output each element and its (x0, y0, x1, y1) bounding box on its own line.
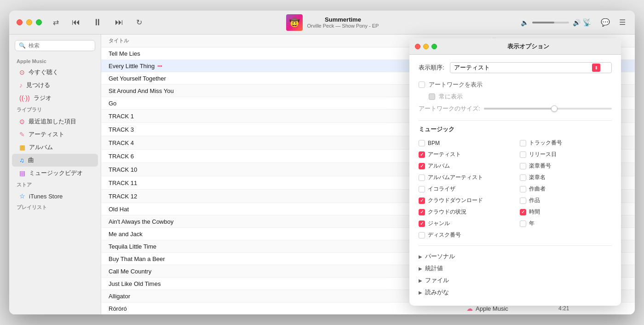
sidebar-item-albums[interactable]: ▦ アルバム (12, 141, 98, 154)
previous-button[interactable]: ⏮ (70, 16, 82, 29)
track-title-text: TRACK 3 (109, 126, 134, 133)
minimize-button[interactable] (26, 19, 32, 25)
overlay-titlebar: 表示オプション (409, 38, 621, 55)
track-title-text: Call Me Country (109, 268, 151, 275)
option-chapter-name: 楽章名 (520, 173, 612, 182)
artwork-size-row: アートワークのサイズ: (419, 104, 612, 113)
maximize-button[interactable] (36, 19, 42, 25)
checkbox-cloud-status[interactable] (419, 209, 425, 215)
checkbox-year[interactable] (520, 221, 526, 227)
collapsible-section-3[interactable]: ▶ 読みがな (419, 286, 612, 298)
collapsible-arrow-icon: ▶ (419, 278, 422, 283)
track-title-text: TRACK 10 (109, 166, 137, 173)
overlay-close-button[interactable] (415, 44, 420, 49)
sidebar-item-musicvideos[interactable]: ▤ ミュージックビデオ (12, 167, 98, 180)
now-playing-subtitle: Orville Peck — Show Pony - EP (307, 23, 379, 29)
track-title-text: Me and Jack (109, 231, 143, 238)
close-button[interactable] (17, 19, 23, 25)
collapsible-section-0[interactable]: ▶ パーソナル (419, 250, 612, 262)
label-track-number: トラック番号 (529, 139, 562, 147)
checkbox-track-number[interactable] (520, 140, 526, 146)
checkbox-chapter-name[interactable] (520, 174, 526, 181)
sort-arrow-icon: ⬍ (592, 64, 600, 72)
option-track-number: トラック番号 (520, 138, 612, 148)
volume-low-icon: 🔈 (521, 19, 529, 26)
repeat-button[interactable]: ↻ (134, 16, 144, 29)
sidebar-item-itunes[interactable]: ☆ iTunes Store (12, 190, 98, 202)
sidebar-item-songs[interactable]: ♫ 曲 (12, 154, 98, 167)
sidebar-item-listen-now-label: 今すぐ聴く (29, 68, 58, 76)
sidebar-item-radio-label: ラジオ (34, 94, 52, 102)
sidebar-section-playlists: プレイリスト (9, 202, 101, 213)
airplay-button[interactable]: 📡 (581, 16, 593, 29)
shuffle-button[interactable]: ⇄ (51, 16, 61, 29)
sidebar-item-browse[interactable]: ♪ 見つける (12, 79, 98, 92)
overlay-maximize-button[interactable] (431, 44, 437, 49)
volume-slider[interactable] (532, 22, 569, 23)
overlay-title: 表示オプション (441, 42, 615, 51)
checkbox-artist[interactable] (419, 151, 425, 158)
label-release-date: リリース日 (529, 151, 557, 158)
option-disc-number: ディスク番号 (419, 230, 511, 240)
lyrics-button[interactable]: 💬 (599, 16, 612, 29)
track-title-text: TRACK 11 (109, 180, 137, 186)
checkbox-album[interactable] (419, 163, 425, 169)
artwork-checkbox[interactable] (419, 81, 425, 88)
label-work: 作品 (529, 197, 540, 204)
track-title-text: Just Like Old Times (109, 280, 161, 287)
label-cloud-status: クラウドの状況 (428, 208, 466, 216)
option-cloud-status: クラウドの状況 (419, 207, 511, 217)
radio-icon: ((·)) (19, 94, 30, 102)
sidebar-item-artists[interactable]: ✎ アーティスト (12, 128, 98, 141)
recent-icon: ⊙ (19, 118, 25, 125)
sidebar-item-radio[interactable]: ((·)) ラジオ (12, 92, 98, 104)
menu-icon: ☰ (619, 18, 626, 26)
track-status: 4:21 (558, 305, 627, 312)
label-time: 時間 (529, 208, 540, 216)
label-genre: ジャンル (428, 220, 450, 227)
checkbox-cloud-download[interactable] (419, 197, 425, 204)
option-album-artist: アルバムアーティスト (419, 173, 511, 182)
checkbox-work[interactable] (520, 197, 526, 204)
pause-button[interactable]: ⏸ (91, 15, 104, 29)
checkbox-bpm[interactable] (419, 140, 425, 146)
label-artist: アーティスト (428, 151, 461, 158)
always-show-checkbox[interactable] (429, 93, 435, 100)
always-show-label: 常に表示 (439, 93, 463, 101)
sort-select-wrapper: アーティスト ⬍ (450, 62, 612, 73)
checkbox-composer[interactable] (520, 186, 526, 192)
now-playing-title: Summertime (307, 16, 379, 23)
collapsible-section-1[interactable]: ▶ 統計値 (419, 262, 612, 274)
collapsible-arrow-icon: ▶ (419, 290, 422, 295)
sidebar-section-apple-music: Apple Music (9, 57, 101, 66)
sidebar-item-albums-label: アルバム (29, 143, 53, 151)
option-equalizer: イコライザ (419, 184, 511, 194)
sidebar-item-listen-now[interactable]: ⊙ 今すぐ聴く (12, 66, 98, 79)
sidebar-section-store: ストア (9, 180, 101, 190)
now-playing-text: Summertime Orville Peck — Show Pony - EP (307, 16, 379, 29)
artwork-size-slider[interactable] (484, 108, 612, 110)
checkbox-time[interactable] (520, 209, 526, 215)
option-artist: アーティスト (419, 150, 511, 159)
next-button[interactable]: ⏭ (113, 16, 125, 29)
search-input[interactable] (29, 42, 91, 49)
checkbox-equalizer[interactable] (419, 186, 425, 192)
checkbox-disc-number[interactable] (419, 232, 425, 238)
checkbox-chapter-number[interactable] (520, 163, 526, 169)
option-album: アルバム (419, 161, 511, 171)
collapsible-section-2[interactable]: ▶ ファイル (419, 274, 612, 286)
checkbox-album-artist[interactable] (419, 174, 425, 181)
overlay-traffic-lights (415, 44, 437, 49)
collapsible-label: 統計値 (425, 264, 443, 273)
option-time: 時間 (520, 207, 612, 217)
sidebar-item-recent[interactable]: ⊙ 最近追加した項目 (12, 115, 98, 128)
sort-select[interactable]: アーティスト ⬍ (450, 62, 612, 73)
checkbox-release-date[interactable] (520, 151, 526, 158)
menu-button[interactable]: ☰ (617, 16, 627, 29)
track-title-text: TRACK 1 (109, 113, 134, 120)
overlay-body: 表示順序: アーティスト ⬍ アートワークを表示 常に表示 アートワーク (409, 55, 621, 306)
checkbox-genre[interactable] (419, 221, 425, 227)
overlay-minimize-button[interactable] (423, 44, 429, 49)
label-chapter-number: 楽章番号 (529, 162, 551, 170)
search-bar[interactable]: 🔍 (15, 40, 95, 51)
